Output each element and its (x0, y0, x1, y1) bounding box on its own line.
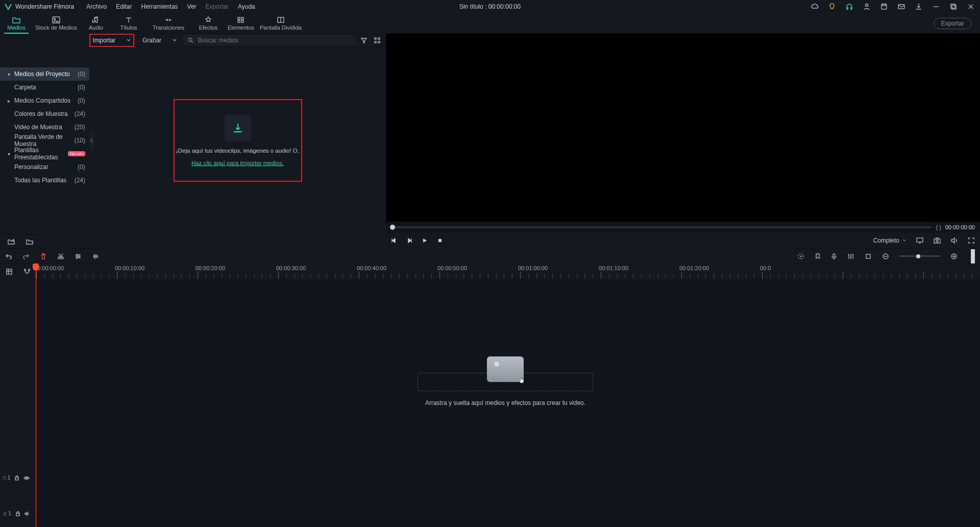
tab-label: Stock de Medios (35, 25, 77, 31)
sidebar-item-label: Colores de Muestra (5, 110, 75, 117)
menu-export: Exportar (206, 3, 229, 10)
menu-tools[interactable]: Herramientas (141, 3, 178, 10)
redo-icon[interactable] (22, 253, 30, 260)
stop-icon[interactable] (437, 237, 443, 244)
timeline-dropzone[interactable]: Arrastra y suelta aquí medios y efectos … (214, 356, 796, 406)
import-button[interactable]: Importar (89, 34, 134, 47)
menu-view[interactable]: Ver (187, 3, 197, 10)
svg-rect-4 (951, 4, 955, 8)
track-label: □ 1 (3, 475, 10, 481)
audio-wave-icon[interactable] (92, 253, 100, 260)
seek-bar[interactable]: { } 00:00:00:00 (386, 222, 980, 233)
tab-transitions[interactable]: Transiciones (145, 13, 192, 34)
crop-icon[interactable] (865, 253, 872, 260)
preview-controls: Completo (386, 233, 980, 248)
zoom-out-icon[interactable] (882, 253, 889, 260)
drop-link[interactable]: Haz clic aquí para importar medios. (191, 160, 284, 166)
menu-file[interactable]: Archivo (86, 3, 107, 10)
lock-icon[interactable] (14, 475, 19, 481)
sidebar-item-folder[interactable]: Carpeta (0) (0, 81, 89, 94)
speaker-icon[interactable] (24, 511, 31, 516)
cut-icon[interactable] (57, 253, 64, 260)
sidebar-item-project-media[interactable]: ▾ Medios del Proyecto (0) (0, 67, 89, 81)
svg-rect-3 (898, 5, 904, 9)
tab-label: Títulos (120, 25, 137, 31)
minimize-icon[interactable] (932, 3, 940, 11)
display-icon[interactable] (916, 237, 924, 244)
tab-stock-media[interactable]: Stock de Medios (33, 13, 80, 34)
menu-edit[interactable]: Editar (116, 3, 132, 10)
sidebar-item-templates[interactable]: ▾ Plantillas Preestablecidas Nuevo (0, 147, 89, 160)
tab-label: Audio (89, 25, 103, 31)
lightbulb-icon[interactable] (828, 3, 836, 11)
search-icon (188, 37, 193, 43)
timeline-ruler[interactable]: 00:00:00:00 00:00:10:00 00:00:20:00 00:0… (0, 264, 980, 279)
search-input[interactable] (198, 37, 351, 44)
mail-icon[interactable] (897, 3, 905, 11)
search-input-wrap[interactable] (184, 35, 355, 46)
sidebar-item-customize[interactable]: Personalizar (0) (0, 160, 89, 174)
render-icon[interactable] (797, 253, 804, 260)
sidebar-item-label: Pantalla Verde de Muestra (5, 133, 75, 148)
collapse-sidebar-icon[interactable] (89, 130, 94, 151)
snapshot-icon[interactable] (933, 237, 941, 244)
svg-point-0 (866, 4, 868, 7)
filter-icon[interactable] (360, 37, 368, 44)
voiceover-icon[interactable] (831, 253, 837, 260)
playhead[interactable] (36, 264, 36, 527)
magnet-icon[interactable] (23, 268, 31, 275)
play-icon[interactable] (422, 237, 428, 244)
sidebar-item-sample-colors[interactable]: Colores de Muestra (24) (0, 107, 89, 121)
sidebar-item-all-templates[interactable]: Todas las Plantillas (24) (0, 174, 89, 187)
sidebar-item-label: Video de Muestra (5, 124, 75, 131)
tab-split-screen[interactable]: Pantalla Dividida (257, 13, 304, 34)
menu-help[interactable]: Ayuda (238, 3, 255, 10)
close-icon[interactable] (967, 3, 975, 11)
user-icon[interactable] (863, 3, 871, 11)
adjust-icon[interactable] (75, 253, 82, 260)
prev-frame-icon[interactable] (391, 237, 397, 244)
hand-cursor-icon (519, 377, 525, 383)
audio-track-header[interactable]: ♫ 1 (0, 504, 35, 523)
track-manager-icon[interactable] (6, 268, 13, 275)
maximize-icon[interactable] (949, 3, 958, 11)
fullscreen-icon[interactable] (968, 237, 975, 244)
cloud-icon[interactable] (811, 3, 819, 11)
sidebar-item-sample-video[interactable]: Video de Muestra (20) (0, 121, 89, 134)
timeline-tracks[interactable]: □ 1 ♫ 1 Arrastra y suelta aquí medios y … (0, 279, 980, 527)
zoom-slider[interactable] (899, 255, 940, 257)
import-dropzone[interactable]: ¡Deja aquí tus videoclips, imágenes o au… (174, 99, 302, 182)
headphones-icon[interactable] (845, 3, 853, 11)
svg-rect-20 (934, 239, 940, 243)
mixer-icon[interactable] (847, 253, 854, 260)
volume-icon[interactable] (950, 237, 959, 244)
tab-effects[interactable]: Efectos (192, 13, 225, 34)
eye-icon[interactable] (23, 475, 30, 481)
folder-icon[interactable] (26, 238, 34, 245)
grid-view-icon[interactable] (374, 37, 381, 44)
chevron-right-icon: ▸ (5, 98, 12, 104)
drop-text-1: ¡Deja aquí tus videoclips, imágenes o au… (176, 148, 299, 154)
zoom-fit-icon[interactable] (971, 249, 975, 264)
sidebar-item-green-screen[interactable]: Pantalla Verde de Muestra (10) (0, 134, 89, 147)
new-bin-icon[interactable] (7, 238, 15, 245)
zoom-in-icon[interactable] (950, 253, 958, 260)
download-icon[interactable] (915, 3, 923, 11)
lock-icon[interactable] (15, 511, 20, 516)
sidebar-item-shared-media[interactable]: ▸ Medios Compartidos (0) (0, 94, 89, 107)
tab-titles[interactable]: Títulos (112, 13, 145, 34)
delete-icon[interactable] (40, 253, 47, 260)
save-icon[interactable] (880, 3, 888, 11)
quality-select[interactable]: Completo (873, 237, 906, 244)
marker-icon[interactable] (815, 253, 821, 260)
tab-audio[interactable]: Audio (80, 13, 112, 34)
record-button[interactable]: Grabar (142, 37, 177, 44)
export-button[interactable]: Exportar (934, 18, 972, 29)
undo-icon[interactable] (5, 253, 12, 260)
video-track-header[interactable]: □ 1 (0, 468, 35, 487)
tab-media[interactable]: Medios (0, 13, 33, 34)
seek-track[interactable] (391, 226, 932, 228)
media-drop-area[interactable]: ¡Deja aquí tus videoclips, imágenes o au… (89, 47, 386, 234)
tab-elements[interactable]: Elementos (225, 13, 257, 34)
next-frame-icon[interactable] (406, 237, 412, 244)
